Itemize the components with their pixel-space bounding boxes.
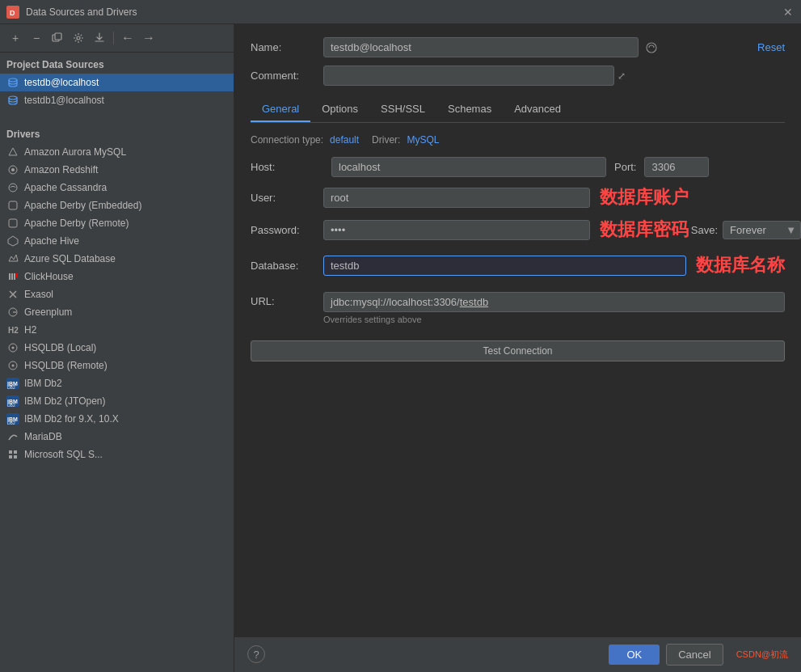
help-button[interactable]: ? xyxy=(247,645,265,663)
toolbar: + − ← → xyxy=(0,24,234,53)
test-connection-button[interactable]: Test Connection xyxy=(251,340,785,361)
driver-h2[interactable]: H2 H2 xyxy=(0,321,234,339)
svg-point-25 xyxy=(12,365,15,367)
svg-rect-16 xyxy=(14,273,15,280)
driver-greenplum[interactable]: Greenplum xyxy=(0,303,234,321)
save-row: Save: Forever Until restart Never ▼ xyxy=(691,221,801,239)
driver-apache-derby-emb[interactable]: Apache Derby (Embedded) xyxy=(0,197,234,214)
driver-icon-2 xyxy=(6,181,19,194)
driver-mssql[interactable]: Microsoft SQL S... xyxy=(0,446,234,463)
svg-point-23 xyxy=(12,347,15,349)
svg-rect-38 xyxy=(14,455,17,459)
bottom-bar: ? OK Cancel CSDN@初流 xyxy=(234,636,801,672)
driver-apache-hive[interactable]: Apache Hive xyxy=(0,232,234,250)
host-port-row: Host: Port: xyxy=(251,157,785,177)
port-label: Port: xyxy=(614,161,636,173)
expand-button[interactable]: ⤢ xyxy=(618,70,626,82)
tab-schemas[interactable]: Schemas xyxy=(436,97,503,122)
sync-icon xyxy=(645,41,658,54)
settings-button[interactable] xyxy=(70,29,87,47)
driver-hsqldb-local[interactable]: HSQLDB (Local) xyxy=(0,339,234,357)
name-input[interactable] xyxy=(323,37,639,57)
driver-hsqldb-remote[interactable]: HSQLDB (Remote) xyxy=(0,357,234,374)
driver-icon-16 xyxy=(6,430,19,443)
driver-ibm-db2-jtopen[interactable]: IBMDB2 IBM Db2 (JTOpen) xyxy=(0,392,234,410)
connection-info: Connection type: default Driver: MySQL xyxy=(251,134,785,146)
driver-clickhouse[interactable]: ClickHouse xyxy=(0,268,234,285)
user-label: User: xyxy=(251,192,323,204)
svg-rect-11 xyxy=(9,201,17,209)
svg-point-5 xyxy=(9,78,17,82)
host-label: Host: xyxy=(251,161,323,173)
connection-type-label: Connection type: xyxy=(251,134,323,146)
driver-mariadb[interactable]: MariaDB xyxy=(0,428,234,446)
driver-apache-derby-rem[interactable]: Apache Derby (Remote) xyxy=(0,214,234,232)
driver-icon-12 xyxy=(6,359,19,372)
driver-icon-5 xyxy=(6,235,19,247)
driver-azure-sql[interactable]: Azure SQL Database xyxy=(0,250,234,268)
driver-exasol[interactable]: Exasol xyxy=(0,285,234,303)
title-bar: D Data Sources and Drivers ✕ xyxy=(0,0,801,24)
url-row: URL: jdbc:mysql://localhost:3306/testdb … xyxy=(251,292,785,324)
back-button[interactable]: ← xyxy=(119,29,137,47)
tab-general[interactable]: General xyxy=(251,97,310,122)
forward-button[interactable]: → xyxy=(140,29,158,47)
svg-rect-37 xyxy=(9,455,12,459)
driver-icon-7 xyxy=(6,270,19,283)
svg-rect-35 xyxy=(9,450,12,454)
save-select[interactable]: Forever Until restart Never xyxy=(723,221,801,239)
user-input[interactable] xyxy=(323,188,590,208)
right-panel: Name: Reset Comment: ⤢ General Options S… xyxy=(234,24,801,672)
import-button[interactable] xyxy=(91,29,108,47)
url-label: URL: xyxy=(251,292,323,307)
ok-button[interactable]: OK xyxy=(609,645,660,665)
overrides-hint: Overrides settings above xyxy=(323,315,785,324)
database-input[interactable] xyxy=(323,256,686,276)
reset-button[interactable]: Reset xyxy=(757,41,785,53)
port-input[interactable] xyxy=(644,157,709,177)
database-label: Database: xyxy=(251,260,323,272)
connection-type-value[interactable]: default xyxy=(330,134,359,146)
source-item-1[interactable]: testdb1@localhost xyxy=(0,91,234,109)
cancel-button[interactable]: Cancel xyxy=(666,644,723,666)
password-input[interactable] xyxy=(323,220,590,240)
driver-value[interactable]: MySQL xyxy=(407,134,439,146)
save-label: Save: xyxy=(691,224,718,236)
svg-rect-15 xyxy=(11,273,13,280)
password-annotation: 数据库密码 xyxy=(600,218,689,242)
svg-rect-14 xyxy=(9,273,11,280)
source-label-1: testdb1@localhost xyxy=(24,95,104,106)
driver-amazon-redshift[interactable]: Amazon Redshift xyxy=(0,161,234,179)
svg-marker-13 xyxy=(8,236,18,246)
driver-icon-3 xyxy=(6,199,19,212)
remove-button[interactable]: − xyxy=(27,29,45,47)
add-button[interactable]: + xyxy=(6,29,24,47)
svg-marker-7 xyxy=(9,148,17,155)
driver-icon-10: H2 xyxy=(6,323,19,336)
comment-label: Comment: xyxy=(251,70,323,82)
db-icon-0 xyxy=(6,76,19,89)
host-input[interactable] xyxy=(331,157,606,177)
svg-rect-17 xyxy=(16,273,18,277)
driver-icon-8 xyxy=(6,288,19,301)
drivers-list: Amazon Aurora MySQL Amazon Redshift Apac… xyxy=(0,143,234,672)
driver-icon-6 xyxy=(6,252,19,265)
tab-sshssl[interactable]: SSH/SSL xyxy=(369,97,436,122)
user-row: User: 数据库账户 xyxy=(251,185,785,209)
tab-options[interactable]: Options xyxy=(310,97,369,122)
name-row: Name: Reset xyxy=(251,37,785,57)
duplicate-button[interactable] xyxy=(48,29,66,47)
driver-ibm-db2[interactable]: IBMDB2 IBM Db2 xyxy=(0,374,234,392)
driver-ibm-db2-9x[interactable]: IBMDB2 IBM Db2 for 9.X, 10.X xyxy=(0,410,234,428)
close-button[interactable]: ✕ xyxy=(782,6,795,19)
tab-advanced[interactable]: Advanced xyxy=(503,97,572,122)
driver-apache-cassandra[interactable]: Apache Cassandra xyxy=(0,179,234,197)
csdn-badge: CSDN@初流 xyxy=(736,649,788,661)
source-item-0[interactable]: testdb@localhost xyxy=(0,74,234,91)
database-annotation: 数据库名称 xyxy=(696,253,785,277)
window-title: Data Sources and Drivers xyxy=(26,6,775,18)
driver-amazon-aurora[interactable]: Amazon Aurora MySQL xyxy=(0,143,234,161)
svg-text:DB2: DB2 xyxy=(7,421,15,425)
driver-icon-9 xyxy=(6,306,19,319)
comment-input[interactable] xyxy=(323,66,614,86)
